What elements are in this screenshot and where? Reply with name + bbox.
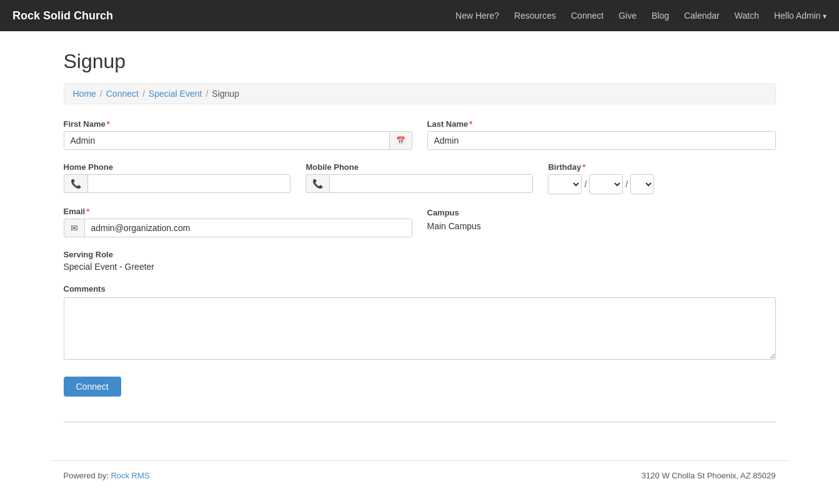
- birthday-sep-1: /: [584, 179, 587, 189]
- nav-item-watch[interactable]: Watch: [735, 11, 759, 21]
- nav-item-blog[interactable]: Blog: [652, 11, 669, 21]
- nav-item-new-here[interactable]: New Here?: [455, 11, 499, 21]
- email-icon: ✉: [64, 219, 85, 237]
- comments-textarea[interactable]: [64, 297, 776, 360]
- birthday-sep-2: /: [625, 179, 628, 189]
- last-name-required: *: [469, 119, 472, 129]
- navbar-nav: New Here? Resources Connect Give Blog Ca…: [455, 11, 759, 21]
- rock-rms-link[interactable]: Rock RMS: [111, 471, 149, 480]
- footer: Powered by: Rock RMS 3120 W Cholla St Ph…: [51, 460, 788, 490]
- campus-value: Main Campus: [427, 220, 776, 231]
- home-phone-input-wrapper: 📞: [64, 174, 291, 193]
- first-name-calendar-icon[interactable]: 📅: [389, 132, 412, 149]
- main-content: Signup Home / Connect / Special Event / …: [51, 31, 788, 422]
- email-label: Email*: [64, 207, 412, 216]
- connect-button[interactable]: Connect: [64, 377, 121, 397]
- home-phone-group: Home Phone 📞: [64, 162, 291, 193]
- birthday-group: Birthday* 1 2 3 4 5 6 7 8 9 10 11 12: [548, 162, 775, 194]
- page-title: Signup: [64, 50, 776, 73]
- nav-item-resources[interactable]: Resources: [514, 11, 556, 21]
- name-row: First Name* 📅 Last Name*: [64, 119, 776, 150]
- serving-role-label: Serving Role: [64, 250, 776, 259]
- breadcrumb-home[interactable]: Home: [73, 89, 96, 99]
- first-name-input-wrapper: 📅: [64, 131, 412, 150]
- serving-role-section: Serving Role Special Event - Greeter: [64, 250, 776, 272]
- campus-group: Campus Main Campus: [427, 207, 776, 231]
- email-required: *: [86, 207, 89, 216]
- email-campus-row: Email* ✉ Campus Main Campus: [64, 207, 776, 237]
- email-group: Email* ✉: [64, 207, 412, 237]
- email-input-wrapper: ✉: [64, 219, 412, 237]
- mobile-phone-input-wrapper: 📞: [305, 174, 533, 193]
- home-phone-input[interactable]: [88, 175, 290, 192]
- nav-item-connect[interactable]: Connect: [571, 11, 603, 21]
- nav-item-give[interactable]: Give: [618, 11, 637, 21]
- phone-birthday-row: Home Phone 📞 Mobile Phone 📞 Birthday* 1: [64, 162, 776, 194]
- comments-label: Comments: [64, 284, 776, 294]
- footer-address: 3120 W Cholla St Phoenix, AZ 85029: [642, 471, 776, 480]
- last-name-input[interactable]: [428, 132, 775, 149]
- last-name-input-wrapper: [427, 131, 776, 150]
- mobile-phone-icon: 📞: [306, 175, 330, 192]
- breadcrumb-active: Signup: [212, 89, 239, 99]
- nav-item-calendar[interactable]: Calendar: [684, 11, 720, 21]
- birthday-selects: 1 2 3 4 5 6 7 8 9 10 11 12 / 123: [548, 174, 775, 194]
- birthday-label: Birthday*: [548, 162, 775, 172]
- admin-menu[interactable]: Hello Admin: [774, 11, 827, 21]
- birthday-required: *: [582, 162, 585, 172]
- footer-divider: [64, 422, 776, 423]
- breadcrumb: Home / Connect / Special Event / Signup: [64, 83, 776, 104]
- powered-by-text: Powered by: Rock RMS: [64, 471, 150, 480]
- birthday-day-select[interactable]: 123 456 789 101112 131415 161718 192021 …: [589, 174, 623, 194]
- breadcrumb-special-event[interactable]: Special Event: [149, 89, 202, 99]
- first-name-required: *: [107, 119, 110, 129]
- last-name-label: Last Name*: [427, 119, 776, 129]
- breadcrumb-connect[interactable]: Connect: [106, 89, 139, 99]
- mobile-phone-label: Mobile Phone: [305, 162, 533, 172]
- first-name-label: First Name*: [64, 119, 412, 129]
- first-name-input[interactable]: [64, 132, 389, 149]
- last-name-group: Last Name*: [427, 119, 776, 150]
- mobile-phone-group: Mobile Phone 📞: [305, 162, 533, 193]
- first-name-group: First Name* 📅: [64, 119, 412, 150]
- breadcrumb-sep-1: /: [100, 89, 102, 99]
- breadcrumb-sep-2: /: [142, 89, 145, 99]
- breadcrumb-sep-3: /: [206, 89, 208, 99]
- birthday-year-select[interactable]: [630, 174, 654, 194]
- mobile-phone-input[interactable]: [330, 175, 532, 192]
- navbar-brand[interactable]: Rock Solid Church: [12, 9, 113, 22]
- email-input[interactable]: [85, 219, 412, 237]
- home-phone-icon: 📞: [64, 175, 88, 192]
- serving-role-value: Special Event - Greeter: [64, 262, 776, 272]
- comments-section: Comments: [64, 284, 776, 362]
- campus-label: Campus: [427, 208, 776, 217]
- birthday-month-select[interactable]: 1 2 3 4 5 6 7 8 9 10 11 12: [548, 174, 582, 194]
- home-phone-label: Home Phone: [64, 162, 291, 172]
- navbar: Rock Solid Church New Here? Resources Co…: [0, 0, 839, 31]
